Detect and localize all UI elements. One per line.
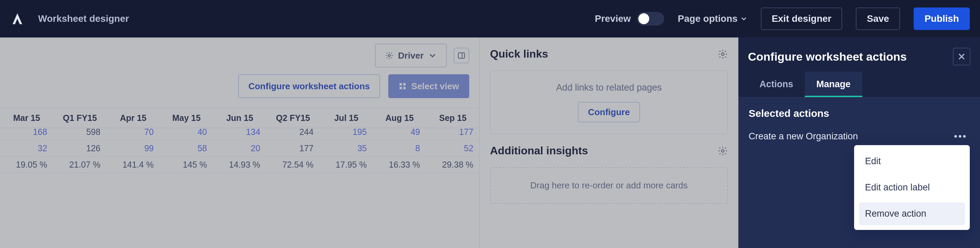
selected-action-label: Create a new Organization <box>749 131 858 142</box>
logo-icon <box>10 11 24 26</box>
cell[interactable]: 40 <box>160 124 213 140</box>
quick-links-card: Add links to related pages Configure <box>490 70 728 134</box>
selected-action-row: Create a new Organization ••• <box>749 128 970 144</box>
configure-worksheet-actions-button[interactable]: Configure worksheet actions <box>238 74 380 98</box>
table-row: 168598704013424419549177 <box>0 124 479 140</box>
panel-tabs: Actions Manage <box>738 72 980 97</box>
svg-rect-6 <box>403 87 406 89</box>
menu-edit[interactable]: Edit <box>859 150 965 173</box>
cell[interactable]: 70 <box>107 124 160 140</box>
svg-rect-3 <box>399 83 402 85</box>
cell[interactable]: 49 <box>373 124 426 140</box>
cell: 244 <box>266 124 320 140</box>
quick-links-header: Quick links <box>490 48 728 60</box>
grid-header-row: Mar 15Q1 FY15Apr 15May 15Jun 15Q2 FY15Ju… <box>0 108 479 124</box>
table-row: 19.05 %21.07 %141.4 %145 %14.93 %72.54 %… <box>0 157 479 173</box>
cell[interactable]: 177 <box>426 124 480 140</box>
worksheet-grid: Mar 15Q1 FY15Apr 15May 15Jun 15Q2 FY15Ju… <box>0 108 479 173</box>
selected-actions-heading: Selected actions <box>749 108 970 119</box>
insights-drop-zone[interactable]: Drag here to re-order or add more cards <box>490 167 728 204</box>
save-button[interactable]: Save <box>856 8 900 30</box>
cell[interactable]: 32 <box>0 140 53 157</box>
worksheet-toolbar: Driver <box>0 43 479 74</box>
panel-title: Configure worksheet actions <box>748 50 907 63</box>
body: Driver Configure worksheet actions Selec… <box>0 37 980 248</box>
panel-right-icon <box>457 51 466 59</box>
close-icon <box>957 52 966 61</box>
side-column: Quick links Add links to related pages C… <box>480 37 738 248</box>
worksheet-actions-row: Configure worksheet actions Select view <box>0 74 479 108</box>
preview-toggle[interactable] <box>637 12 664 26</box>
close-panel-button[interactable] <box>953 48 970 66</box>
quick-links-hint: Add links to related pages <box>556 82 662 93</box>
cell[interactable]: 20 <box>213 140 266 157</box>
tab-manage[interactable]: Manage <box>805 72 862 97</box>
page-options-menu[interactable]: Page options <box>678 13 747 24</box>
cell: 16.33 % <box>373 157 426 173</box>
svg-point-8 <box>721 150 724 152</box>
preview-toggle-group: Preview <box>595 12 664 26</box>
cell[interactable]: 99 <box>107 140 160 157</box>
insights-title: Additional insights <box>490 144 588 157</box>
exit-designer-button[interactable]: Exit designer <box>761 8 843 30</box>
svg-point-0 <box>388 54 390 56</box>
panel-body: Selected actions Create a new Organizati… <box>738 97 980 248</box>
cell[interactable]: 58 <box>160 140 213 157</box>
menu-remove-action[interactable]: Remove action <box>859 202 965 225</box>
chevron-down-icon <box>740 15 747 22</box>
preview-label: Preview <box>595 13 631 24</box>
cell[interactable]: 35 <box>320 140 373 157</box>
configure-actions-panel: Configure worksheet actions Actions Mana… <box>738 37 980 248</box>
tab-actions[interactable]: Actions <box>748 72 805 97</box>
cell: 21.07 % <box>53 157 107 173</box>
cell: 145 % <box>160 157 213 173</box>
chevron-down-icon <box>428 51 437 59</box>
table-row: 3212699582017735852 <box>0 140 479 157</box>
panel-toggle-button[interactable] <box>453 48 469 63</box>
cell: 72.54 % <box>266 157 320 173</box>
grid-icon <box>398 82 407 90</box>
insights-header: Additional insights <box>490 144 728 157</box>
cell: 177 <box>266 140 320 157</box>
svg-rect-5 <box>399 87 402 89</box>
action-row-menu-button[interactable]: ••• <box>951 131 970 142</box>
cell[interactable]: 8 <box>373 140 426 157</box>
cell[interactable]: 168 <box>0 124 53 140</box>
page-title: Worksheet designer <box>38 13 129 24</box>
cell[interactable]: 52 <box>426 140 480 157</box>
cell: 17.95 % <box>320 157 373 173</box>
cell[interactable]: 195 <box>320 124 373 140</box>
gear-icon <box>385 51 393 59</box>
svg-point-7 <box>721 53 724 56</box>
worksheet-area: Driver Configure worksheet actions Selec… <box>0 37 480 248</box>
cell: 14.93 % <box>213 157 266 173</box>
quick-links-configure-button[interactable]: Configure <box>578 102 640 122</box>
svg-rect-1 <box>458 53 465 58</box>
gear-icon[interactable] <box>718 49 728 59</box>
cell: 598 <box>53 124 107 140</box>
svg-rect-4 <box>403 83 406 85</box>
cell: 19.05 % <box>0 157 53 173</box>
driver-dropdown[interactable]: Driver <box>375 43 447 67</box>
cell[interactable]: 134 <box>213 124 266 140</box>
gear-icon[interactable] <box>718 146 728 156</box>
main-content: Driver Configure worksheet actions Selec… <box>0 37 738 248</box>
menu-edit-action-label[interactable]: Edit action label <box>859 176 965 199</box>
action-context-menu: Edit Edit action label Remove action <box>854 145 970 230</box>
page-options-label: Page options <box>678 13 738 24</box>
quick-links-title: Quick links <box>490 48 548 60</box>
publish-button[interactable]: Publish <box>914 8 970 30</box>
driver-label: Driver <box>398 50 424 61</box>
app-header: Worksheet designer Preview Page options … <box>0 0 980 37</box>
cell: 141.4 % <box>107 157 160 173</box>
cell: 126 <box>53 140 107 157</box>
cell: 29.38 % <box>426 157 480 173</box>
select-view-button[interactable]: Select view <box>388 74 469 98</box>
